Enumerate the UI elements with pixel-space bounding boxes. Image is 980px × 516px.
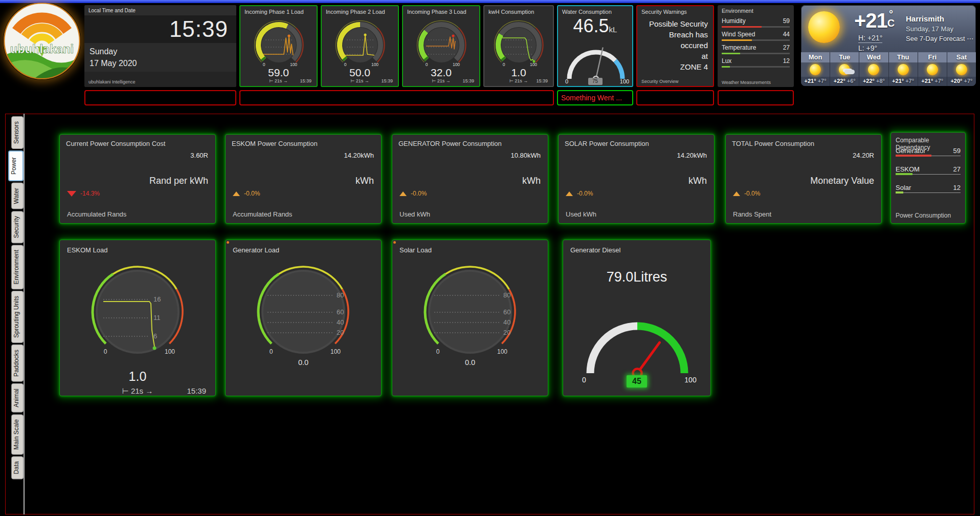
sidebar-tab-label: Sensors [13,121,20,144]
day-name: Thu [889,52,918,62]
stat-card: TOTAL Power Consumption 24.20R Monetary … [725,134,882,224]
card-title: TOTAL Power Consumption [732,140,814,147]
card-title: Current Power Consumption Cost [66,140,165,147]
load-gauge-card: Solar Load 8060402001000.0 [392,240,548,396]
gauge-value: 1.0 [484,67,553,79]
stat-unit-label: Monetary Value [810,176,874,186]
sidebar-tab-sensors[interactable]: Sensors [11,116,24,149]
security-message: Possible Security Breach has occured at … [641,18,708,72]
sidebar-tab-label: Water [13,188,20,204]
water-consumption-card[interactable]: Water Consumption 46.5kL 0100 75 [557,5,633,87]
sidebar-tab-water[interactable]: Water [11,183,24,209]
alert-box [239,90,554,105]
sun-icon [868,64,879,75]
gauge-value: 50.0 [322,67,398,79]
day-temps: +21°+7° [801,77,830,86]
svg-text:20: 20 [337,329,344,336]
sidebar-tab-security[interactable]: Security [11,211,24,243]
metric-value: 44 [783,31,790,38]
dependency-value: 59 [953,147,961,155]
metric-bar-fill [722,66,730,68]
day-icon-cell [918,62,947,77]
metric-bar-track [722,53,790,54]
stat-value: 3.60R [190,152,208,159]
gauge-footer: ⊢ 21s → 15:39 [484,78,553,84]
dependency-row: Solar12 [896,184,961,193]
stat-value: 14.20kWh [344,152,374,159]
time-label: 15:39 [381,78,393,83]
svg-text:20: 20 [503,329,510,336]
sidebar-tab-label: Sprouting Units [13,296,20,338]
day-name: Mon [801,52,830,62]
weather-widget: +21°C H: +21° L: +9° Harrismith Sunday, … [801,5,976,86]
day-low: +7° [934,78,943,84]
card-footer: Accumulated Rands [233,210,292,218]
card-title: Generator Load [233,246,279,254]
weather-forecast-link[interactable]: See 7-Day Forecast ⋯ [906,34,973,44]
ellipsis-icon: ⋯ [967,35,973,42]
delta-arrow-icon [67,191,76,197]
window-top-border [0,0,980,3]
day-low: +7° [964,78,973,84]
gauge-footer [226,386,381,396]
card-title: Water Consumption [562,9,612,15]
sidebar-tab-animal[interactable]: Animal [11,383,24,413]
delta-arrow-icon [733,191,740,196]
alert-text: Something Went ... [561,94,622,102]
day-icon-cell [889,62,918,77]
forecast-day: Thu +21°+7° [888,52,918,86]
sidebar-tab-sprouting-units[interactable]: Sprouting Units [11,291,24,343]
card-title: Generator Diesel [570,246,620,254]
day-high: +22° [863,78,875,84]
weather-current: +21°C H: +21° L: +9° Harrismith Sunday, … [801,5,976,52]
day-high: +22° [834,78,845,84]
sidebar-tab-power[interactable]: Power [8,150,24,181]
day-icon-cell [801,62,830,77]
dependency-bar-track [896,174,961,175]
gauge-footer: ⊢ 21s → 15:39 [60,386,215,396]
gauge-dial: 0100 [406,14,477,74]
weather-low: L: +9° [858,43,882,52]
stat-card: ESKOM Power Consumption 14.20kWh kWh -0.… [225,134,382,224]
metric-bar-track [722,26,790,28]
svg-text:16: 16 [153,295,161,303]
day-low: +8° [876,78,885,84]
svg-text:40: 40 [503,318,510,326]
card-footer: Weather Measurements [722,80,771,85]
stat-delta: -0.0% [566,190,593,197]
metric-label: Wind Speed [722,31,755,38]
time-label: 15:39 [187,386,206,395]
day-low: +6° [847,78,856,84]
day-high: +21° [921,78,933,84]
day-temps: +20°+7° [947,77,976,86]
sidebar-tab-paddocks[interactable]: Paddocks [11,345,24,382]
card-footer: Used kWh [566,210,596,218]
day-high: +20° [950,78,962,84]
weather-date: Sunday, 17 May [906,25,973,34]
phase-gauge-card: Incoming Phase 1 Load 0100 59.0 ⊢ 21s → … [239,5,318,87]
day-high: +21° [805,78,816,84]
sidebar-tab-main-scale[interactable]: Main Scale [11,414,24,455]
weather-high-low: H: +21° L: +9° [858,34,882,52]
gauge-footer [392,386,548,396]
delta-value: -0.0% [577,190,593,197]
svg-text:100: 100 [497,348,507,355]
alert-box [636,90,714,105]
gauge-dial: 8060402001000.0 [239,254,367,375]
stat-unit-label: Rand per kWh [149,176,208,186]
stat-card: Current Power Consumption Cost 3.60R Ran… [59,134,216,224]
sidebar-tab-data[interactable]: Data [11,456,24,479]
water-unit: kL [609,25,617,34]
card-title: ESKOM Load [67,246,108,254]
sun-icon [810,64,821,75]
day-low: +7° [818,78,827,84]
day-temps: +21°+7° [918,77,947,86]
logo-text: ubuhlakani [10,42,74,56]
stat-delta: -0.0% [733,190,760,197]
stat-delta: -0.0% [233,190,260,197]
sidebar-tab-environment[interactable]: Environment [11,245,24,289]
ubuhlakani-logo-icon: ubuhlakani [3,2,81,80]
svg-text:80: 80 [503,291,510,299]
svg-text:0: 0 [270,348,273,355]
metric-label: Lux [722,57,731,64]
